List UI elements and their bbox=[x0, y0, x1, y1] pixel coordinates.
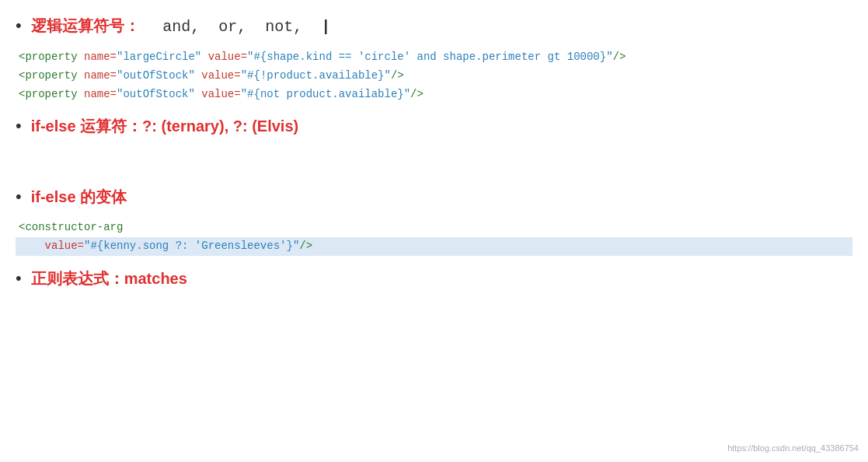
bullet-text-3: if-else 的变体 bbox=[31, 188, 127, 205]
code-line-1-3: <property name="outOfStock" value="#{not… bbox=[16, 86, 852, 104]
code-line-1-1: <property name="largeCircle" value="#{sh… bbox=[16, 48, 852, 67]
code-block-1: <property name="largeCircle" value="#{sh… bbox=[16, 47, 852, 105]
bullet-dot-4: • bbox=[16, 267, 22, 291]
bullet-dot-3: • bbox=[16, 185, 22, 209]
watermark: https://blog.csdn.net/qq_43386754 bbox=[727, 443, 859, 453]
bullet-item-1: • 逻辑运算符号： and, or, not, | bbox=[16, 14, 852, 39]
code-line-2-1: <constructor-arg bbox=[16, 219, 852, 237]
bullet-item-2: • if-else 运算符：?: (ternary), ?: (Elvis) bbox=[16, 114, 852, 138]
bullet-operators-1: and, or, not, | bbox=[144, 18, 330, 36]
bullet-item-4: • 正则表达式：matches bbox=[16, 267, 852, 291]
bullet-dot-1: • bbox=[16, 14, 22, 38]
bullet-text-4: 正则表达式：matches bbox=[31, 270, 187, 287]
bullet-dot-2: • bbox=[16, 114, 22, 138]
bullet-text-2: if-else 运算符：?: (ternary), ?: (Elvis) bbox=[31, 117, 299, 135]
code-line-1-2: <property name="outOfStock" value="#{!pr… bbox=[16, 67, 852, 86]
code-block-2: <constructor-arg value="#{kenny.song ?: … bbox=[16, 217, 852, 257]
bullet-item-3: • if-else 的变体 bbox=[16, 185, 852, 209]
bullet-text-1: 逻辑运算符号： and, or, not, | bbox=[31, 17, 331, 34]
bullet-label-1: 逻辑运算符号： bbox=[31, 17, 140, 34]
code-line-2-2: value="#{kenny.song ?: 'Greensleeves'}"/… bbox=[16, 237, 852, 256]
